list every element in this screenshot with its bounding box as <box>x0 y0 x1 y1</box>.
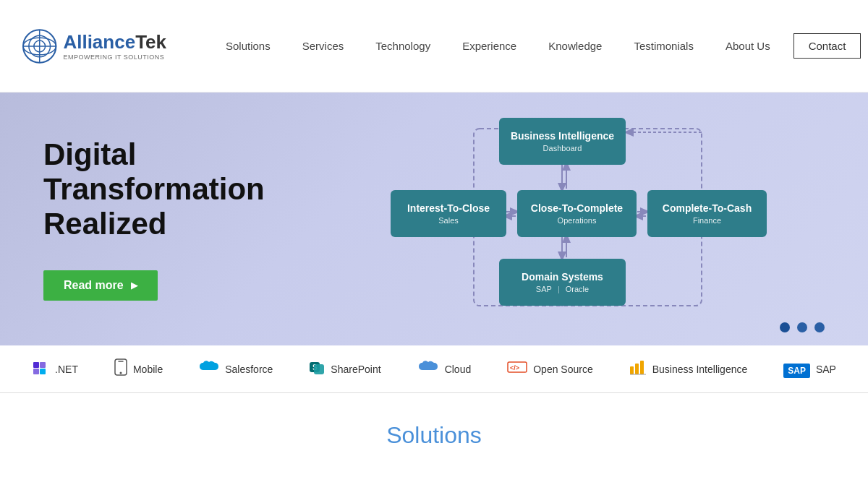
tech-bi[interactable]: Business Intelligence <box>629 359 748 379</box>
sharepoint-label: SharePoint <box>331 364 380 375</box>
sap-label: SAP <box>816 364 836 375</box>
nav-solutions[interactable]: Solutions <box>210 40 286 52</box>
nav-experience[interactable]: Experience <box>446 40 532 52</box>
carousel-dot-1[interactable] <box>780 322 790 332</box>
svg-rect-28 <box>314 364 324 374</box>
diagram-box-ds: Domain Systems SAP | Oracle <box>499 259 626 306</box>
mobile-label: Mobile <box>133 364 163 375</box>
opensource-label: Open Source <box>533 364 593 375</box>
diagram-box-ctc: Close-To-Complete Operations <box>517 190 637 237</box>
solutions-title: Solutions <box>22 422 846 449</box>
carousel-dot-3[interactable] <box>814 322 825 332</box>
nav-services[interactable]: Services <box>286 40 360 52</box>
hero-diagram: Business Intelligence Dashboard Interest… <box>347 111 825 327</box>
sharepoint-icon: S <box>309 358 325 379</box>
diagram-box-bi: Business Intelligence Dashboard <box>499 118 626 165</box>
salesforce-label: Salesforce <box>225 364 273 375</box>
net-icon <box>32 359 49 379</box>
nav-technology[interactable]: Technology <box>359 40 446 52</box>
svg-rect-32 <box>635 364 639 374</box>
carousel-dots <box>780 322 825 332</box>
bi-icon <box>629 359 647 379</box>
bi-label: Business Intelligence <box>652 364 748 375</box>
nav-about[interactable]: About Us <box>710 40 786 52</box>
tech-net[interactable]: .NET <box>32 359 78 379</box>
logo-name: AllianceTek <box>63 31 166 53</box>
salesforce-icon <box>199 360 219 378</box>
net-label: .NET <box>55 364 78 375</box>
box-ds-sub: SAP | Oracle <box>536 285 589 293</box>
svg-point-25 <box>119 372 122 374</box>
header: AllianceTek Empowering IT Solutions Solu… <box>0 0 868 93</box>
tech-sap[interactable]: SAP SAP <box>783 361 836 377</box>
box-ctcash-title: Complete-To-Cash <box>663 202 752 215</box>
hero-title: Digital Transformation Realized <box>43 137 347 242</box>
box-bi-title: Business Intelligence <box>511 130 614 142</box>
tech-mobile[interactable]: Mobile <box>114 358 163 379</box>
hero-banner: Digital Transformation Realized Read mor… <box>0 93 868 345</box>
svg-rect-21 <box>40 362 46 368</box>
diagram-box-itc: Interest-To-Close Sales <box>391 190 506 237</box>
tech-opensource[interactable]: </> Open Source <box>507 360 593 378</box>
hero-left: Digital Transformation Realized Read mor… <box>43 137 347 301</box>
svg-text:</>: </> <box>510 364 519 371</box>
nav-knowledge[interactable]: Knowledge <box>532 40 618 52</box>
box-itc-sub: Sales <box>438 216 459 225</box>
svg-rect-31 <box>630 366 634 374</box>
svg-rect-33 <box>640 361 644 374</box>
box-bi-sub: Dashboard <box>543 144 582 152</box>
main-nav: Solutions Services Technology Experience… <box>210 40 786 52</box>
solutions-section: Solutions <box>0 393 868 463</box>
carousel-dot-2[interactable] <box>797 322 807 332</box>
box-ctc-sub: Operations <box>558 216 597 225</box>
box-itc-title: Interest-To-Close <box>407 202 490 215</box>
nav-testimonials[interactable]: Testimonials <box>618 40 710 52</box>
mobile-icon <box>114 358 127 379</box>
svg-rect-20 <box>33 369 39 374</box>
logo-tagline: Empowering IT Solutions <box>63 53 166 61</box>
tech-strip: .NET Mobile Salesforce S SharePoint Clou… <box>0 345 868 393</box>
box-ctcash-sub: Finance <box>693 216 721 225</box>
sap-icon: SAP <box>783 361 810 377</box>
box-ctc-title: Close-To-Complete <box>531 202 623 215</box>
read-more-button[interactable]: Read more <box>43 270 158 301</box>
box-ds-title: Domain Systems <box>522 271 603 283</box>
cloud-icon <box>417 359 439 379</box>
cloud-label: Cloud <box>445 364 472 375</box>
contact-button[interactable]: Contact <box>793 33 861 59</box>
svg-rect-19 <box>33 362 39 368</box>
svg-rect-22 <box>40 369 46 374</box>
diagram-box-ctcash: Complete-To-Cash Finance <box>647 190 767 237</box>
opensource-icon: </> <box>507 360 527 378</box>
tech-cloud[interactable]: Cloud <box>417 359 472 379</box>
tech-sharepoint[interactable]: S SharePoint <box>309 358 380 379</box>
logo[interactable]: AllianceTek Empowering IT Solutions <box>22 28 166 64</box>
tech-salesforce[interactable]: Salesforce <box>199 360 273 378</box>
